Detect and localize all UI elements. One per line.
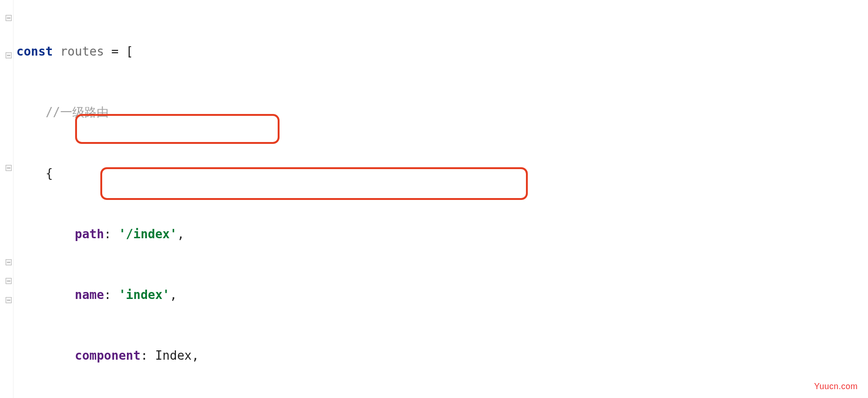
fold-toggle-icon[interactable]: −	[6, 297, 12, 303]
comment: //一级路由	[46, 105, 109, 119]
punct: :	[104, 227, 119, 241]
property-path: path	[75, 227, 104, 241]
value: Index,	[155, 348, 199, 362]
string: 'index'	[119, 288, 170, 302]
code-line: {	[14, 164, 868, 183]
punct: :	[140, 348, 155, 362]
fold-toggle-icon[interactable]: −	[6, 15, 12, 21]
code-line: component: Index,	[14, 346, 868, 365]
punct: {	[46, 166, 53, 180]
property-name: name	[75, 288, 104, 302]
indent	[16, 348, 75, 362]
indent	[16, 227, 75, 241]
indent	[16, 166, 46, 180]
punct: ,	[170, 288, 177, 302]
string: '/index'	[119, 227, 177, 241]
gutter: −−−−−−	[0, 0, 14, 398]
fold-toggle-icon[interactable]: −	[6, 259, 12, 265]
code-line: name: 'index',	[14, 285, 868, 304]
indent	[16, 288, 75, 302]
code-area[interactable]: const routes = [ //一级路由 { path: '/index'…	[14, 0, 868, 398]
code-line: const routes = [	[14, 42, 868, 61]
code-line: //一级路由	[14, 103, 868, 121]
property-component: component	[75, 348, 140, 362]
indent	[16, 105, 46, 119]
keyword-const: const	[16, 44, 53, 58]
code-editor[interactable]: −−−−−− const routes = [ //一级路由 { path: '…	[0, 0, 868, 398]
fold-toggle-icon[interactable]: −	[6, 278, 12, 284]
fold-toggle-icon[interactable]: −	[6, 165, 12, 171]
punct: = [	[112, 44, 133, 58]
punct: :	[104, 288, 119, 302]
identifier: routes	[53, 44, 111, 58]
fold-toggle-icon[interactable]: −	[6, 52, 12, 58]
punct: ,	[177, 227, 184, 241]
watermark: Yuucn.com	[814, 382, 858, 391]
code-line: path: '/index',	[14, 225, 868, 243]
